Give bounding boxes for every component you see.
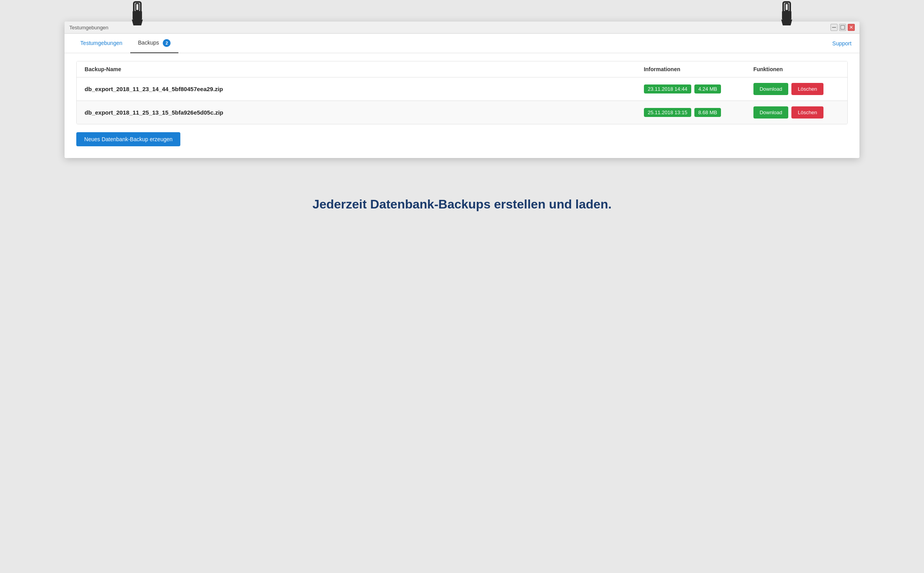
actions-cell-1: Download Löschen xyxy=(753,83,840,95)
main-content: Backup-Name Informationen Funktionen db_… xyxy=(65,53,859,158)
col-header-actions: Funktionen xyxy=(753,66,840,72)
col-header-info: Informationen xyxy=(644,66,753,72)
svg-rect-7 xyxy=(785,4,788,11)
size-badge-2: 8.68 MB xyxy=(694,108,721,117)
delete-button-2[interactable]: Löschen xyxy=(791,106,823,119)
col-header-name: Backup-Name xyxy=(84,66,644,72)
svg-marker-1 xyxy=(132,20,143,25)
tabs-left: Testumgebungen Backups 2 xyxy=(72,34,178,53)
table-row: db_export_2018_11_25_13_15_5bfa926e5d05c… xyxy=(77,101,847,124)
page-wrapper: Testumgebungen ✕ Testumgebungen Backups xyxy=(0,0,924,227)
actions-cell-2: Download Löschen xyxy=(753,106,840,119)
backup-table: Backup-Name Informationen Funktionen db_… xyxy=(76,61,847,124)
info-cell-2: 25.11.2018 13:15 8.68 MB xyxy=(644,108,753,117)
tab-testumgebungen[interactable]: Testumgebungen xyxy=(72,34,130,52)
svg-rect-9 xyxy=(841,25,845,29)
svg-marker-5 xyxy=(781,20,792,25)
browser-window: Testumgebungen ✕ Testumgebungen Backups xyxy=(65,22,859,158)
info-cell-1: 23.11.2018 14:44 4.24 MB xyxy=(644,84,753,93)
svg-rect-8 xyxy=(832,27,836,28)
size-badge-1: 4.24 MB xyxy=(694,84,721,93)
support-link[interactable]: Support xyxy=(832,40,852,47)
table-header: Backup-Name Informationen Funktionen xyxy=(77,61,847,77)
delete-button-1[interactable]: Löschen xyxy=(791,83,823,95)
backups-badge: 2 xyxy=(163,39,171,47)
new-backup-button[interactable]: Neues Datenbank-Backup erzeugen xyxy=(76,132,180,146)
table-row: db_export_2018_11_23_14_44_5bf80457eea29… xyxy=(77,77,847,101)
backup-name-2: db_export_2018_11_25_13_15_5bfa926e5d05c… xyxy=(84,109,644,116)
clips-row xyxy=(0,0,924,25)
tagline-text: Jederzeit Datenbank-Backups erstellen un… xyxy=(313,197,612,212)
date-badge-2: 25.11.2018 13:15 xyxy=(644,108,691,117)
tab-backups[interactable]: Backups 2 xyxy=(130,34,179,53)
tabs-area: Testumgebungen Backups 2 Support xyxy=(65,34,859,53)
download-button-2[interactable]: Download xyxy=(753,106,789,119)
svg-rect-3 xyxy=(136,4,139,11)
date-badge-1: 23.11.2018 14:44 xyxy=(644,84,691,93)
tagline-section: Jederzeit Datenbank-Backups erstellen un… xyxy=(305,181,620,227)
left-clip xyxy=(129,0,145,25)
download-button-1[interactable]: Download xyxy=(753,83,789,95)
right-clip xyxy=(779,0,795,25)
backup-name-1: db_export_2018_11_23_14_44_5bf80457eea29… xyxy=(84,86,644,92)
